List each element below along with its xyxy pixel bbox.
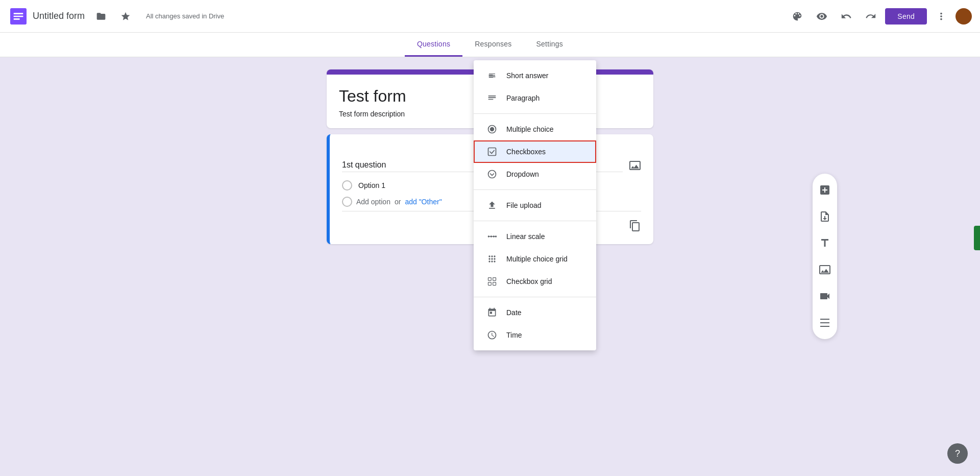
svg-rect-3 bbox=[14, 18, 20, 20]
menu-item-file-upload[interactable]: File upload bbox=[474, 194, 596, 217]
svg-rect-28 bbox=[493, 278, 496, 281]
side-toolbar bbox=[813, 174, 837, 339]
add-video-btn[interactable] bbox=[813, 284, 837, 308]
menu-item-linear-scale[interactable]: Linear scale bbox=[474, 225, 596, 248]
folder-icon[interactable] bbox=[91, 6, 111, 27]
menu-label-short-answer: Short answer bbox=[506, 72, 548, 80]
saved-status: All changes saved in Drive bbox=[146, 12, 224, 20]
or-text: or bbox=[395, 198, 401, 206]
menu-item-time[interactable]: Time bbox=[474, 324, 596, 346]
menu-item-dropdown[interactable]: Dropdown bbox=[474, 163, 596, 185]
help-button[interactable]: ? bbox=[947, 443, 968, 464]
radio-circle-1 bbox=[342, 180, 352, 191]
divider-1 bbox=[474, 113, 596, 114]
palette-icon[interactable] bbox=[787, 6, 807, 27]
add-option-text[interactable]: Add option bbox=[356, 198, 390, 206]
menu-label-multiple-choice: Multiple choice bbox=[506, 125, 554, 133]
menu-label-file-upload: File upload bbox=[506, 201, 542, 209]
green-tab bbox=[974, 226, 980, 250]
nav-tabs: Questions Responses Settings bbox=[0, 33, 980, 57]
tab-settings[interactable]: Settings bbox=[524, 33, 576, 57]
tab-responses[interactable]: Responses bbox=[462, 33, 524, 57]
add-question-btn[interactable] bbox=[813, 178, 837, 202]
dropdown-menu: Short answer Paragraph Multiple choice C… bbox=[474, 60, 596, 350]
option-text-1: Option 1 bbox=[358, 181, 385, 189]
header: Untitled form All changes saved in Drive… bbox=[0, 0, 980, 33]
svg-point-21 bbox=[488, 258, 490, 259]
header-left: Untitled form All changes saved in Drive bbox=[8, 6, 787, 27]
svg-point-22 bbox=[491, 258, 493, 259]
header-right: Send bbox=[787, 6, 972, 27]
menu-label-dropdown: Dropdown bbox=[506, 170, 539, 178]
svg-rect-27 bbox=[488, 278, 492, 281]
svg-rect-8 bbox=[488, 99, 494, 100]
image-upload-icon[interactable] bbox=[629, 159, 641, 172]
tab-questions[interactable]: Questions bbox=[405, 33, 462, 57]
radio-circle-add bbox=[342, 197, 352, 207]
add-image-btn[interactable] bbox=[813, 257, 837, 282]
import-questions-btn[interactable] bbox=[813, 204, 837, 229]
divider-2 bbox=[474, 189, 596, 190]
menu-label-checkbox-grid: Checkbox grid bbox=[506, 277, 552, 285]
menu-label-paragraph: Paragraph bbox=[506, 94, 540, 102]
svg-point-20 bbox=[494, 255, 495, 257]
menu-item-paragraph[interactable]: Paragraph bbox=[474, 87, 596, 109]
svg-point-24 bbox=[488, 260, 490, 262]
svg-point-12 bbox=[488, 171, 496, 178]
send-button[interactable]: Send bbox=[885, 8, 927, 25]
form-title: Untitled form bbox=[33, 11, 85, 21]
svg-point-18 bbox=[488, 255, 490, 257]
svg-rect-1 bbox=[14, 13, 23, 14]
more-options-icon[interactable] bbox=[931, 6, 951, 27]
divider-3 bbox=[474, 221, 596, 221]
linear-scale-icon bbox=[486, 230, 498, 243]
main-area: Test form Test form description ⠿⠿ Optio… bbox=[0, 57, 980, 476]
menu-item-date[interactable]: Date bbox=[474, 301, 596, 324]
add-title-btn[interactable] bbox=[813, 231, 837, 255]
time-icon bbox=[486, 329, 498, 341]
svg-point-26 bbox=[494, 260, 495, 262]
svg-rect-11 bbox=[488, 148, 496, 156]
menu-label-linear-scale: Linear scale bbox=[506, 232, 545, 241]
multiple-choice-grid-icon bbox=[486, 253, 498, 265]
menu-item-short-answer[interactable]: Short answer bbox=[474, 64, 596, 87]
menu-item-multiple-choice[interactable]: Multiple choice bbox=[474, 118, 596, 140]
undo-icon[interactable] bbox=[836, 6, 856, 27]
divider-4 bbox=[474, 297, 596, 297]
svg-point-10 bbox=[490, 127, 494, 131]
multiple-choice-icon bbox=[486, 123, 498, 135]
short-answer-icon bbox=[486, 69, 498, 82]
svg-rect-30 bbox=[493, 282, 496, 285]
menu-label-time: Time bbox=[506, 331, 522, 339]
dropdown-icon bbox=[486, 168, 498, 180]
avatar[interactable] bbox=[955, 8, 972, 25]
svg-point-25 bbox=[491, 260, 493, 262]
redo-icon[interactable] bbox=[861, 6, 881, 27]
star-icon[interactable] bbox=[115, 6, 136, 27]
svg-rect-6 bbox=[488, 96, 496, 97]
copy-icon[interactable] bbox=[629, 220, 641, 232]
svg-rect-5 bbox=[488, 77, 495, 78]
svg-rect-2 bbox=[14, 15, 23, 17]
checkbox-grid-icon bbox=[486, 275, 498, 288]
preview-icon[interactable] bbox=[812, 6, 832, 27]
svg-rect-29 bbox=[488, 282, 492, 285]
menu-item-checkboxes[interactable]: Checkboxes bbox=[474, 140, 596, 163]
menu-label-multiple-choice-grid: Multiple choice grid bbox=[506, 255, 568, 263]
date-icon bbox=[486, 306, 498, 319]
svg-point-19 bbox=[491, 255, 493, 257]
menu-item-checkbox-grid[interactable]: Checkbox grid bbox=[474, 270, 596, 293]
add-other-link[interactable]: add "Other" bbox=[405, 198, 442, 206]
menu-label-checkboxes: Checkboxes bbox=[506, 148, 546, 156]
app-icon bbox=[8, 6, 29, 27]
menu-item-multiple-choice-grid[interactable]: Multiple choice grid bbox=[474, 248, 596, 270]
svg-rect-7 bbox=[488, 97, 496, 98]
menu-label-date: Date bbox=[506, 308, 522, 317]
svg-rect-4 bbox=[488, 75, 493, 76]
svg-point-23 bbox=[494, 258, 495, 259]
checkboxes-icon bbox=[486, 146, 498, 158]
add-section-btn[interactable] bbox=[813, 311, 837, 335]
paragraph-icon bbox=[486, 92, 498, 104]
file-upload-icon bbox=[486, 199, 498, 211]
